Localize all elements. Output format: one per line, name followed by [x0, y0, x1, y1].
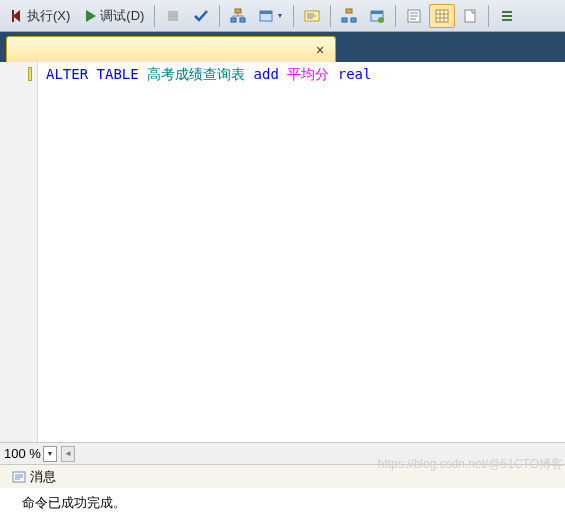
check-icon — [193, 8, 209, 24]
separator — [219, 5, 220, 27]
display-plan-button[interactable] — [225, 4, 251, 28]
svg-rect-1 — [235, 9, 241, 13]
query-options-button[interactable]: ▼ — [253, 4, 288, 28]
comment-button[interactable] — [494, 4, 520, 28]
zoom-value: 100 % — [4, 446, 41, 461]
svg-rect-10 — [346, 9, 352, 13]
debug-button[interactable]: 调试(D) — [77, 4, 149, 28]
results-tab-bar: 消息 — [0, 464, 565, 488]
editor-gutter — [0, 62, 38, 442]
separator — [293, 5, 294, 27]
separator — [330, 5, 331, 27]
messages-pane[interactable]: 命令已成功完成。 — [0, 488, 565, 518]
messages-tab-label: 消息 — [30, 468, 56, 486]
dropdown-icon: ▼ — [276, 12, 283, 19]
execute-icon — [9, 8, 25, 24]
separator — [395, 5, 396, 27]
tab-close-button[interactable]: × — [313, 43, 327, 57]
svg-point-15 — [378, 17, 384, 23]
tab-bar: × — [0, 32, 565, 62]
separator — [154, 5, 155, 27]
comment-icon — [499, 8, 515, 24]
parse-button[interactable] — [188, 4, 214, 28]
include-plan-icon — [341, 8, 357, 24]
plan-icon — [230, 8, 246, 24]
sql-keyword: ALTER TABLE — [46, 66, 139, 82]
intellisense-button[interactable] — [299, 4, 325, 28]
play-icon — [82, 8, 98, 24]
svg-rect-5 — [260, 11, 272, 14]
svg-rect-20 — [436, 10, 448, 22]
sql-datatype: real — [338, 66, 372, 82]
sql-column-name: 平均分 — [287, 66, 329, 82]
svg-rect-14 — [371, 11, 383, 14]
separator — [488, 5, 489, 27]
client-stats-button[interactable] — [364, 4, 390, 28]
svg-rect-2 — [231, 18, 236, 22]
sql-keyword: add — [254, 66, 279, 82]
options-icon — [258, 8, 274, 24]
hscroll-left-button[interactable]: ◄ — [61, 446, 75, 462]
execute-button[interactable]: 执行(X) — [4, 4, 75, 28]
zoom-bar: 100 % ▼ ◄ — [0, 442, 565, 464]
toolbar: 执行(X) 调试(D) ▼ — [0, 0, 565, 32]
stop-icon — [165, 8, 181, 24]
results-grid-button[interactable] — [429, 4, 455, 28]
sql-table-name: 高考成绩查询表 — [147, 66, 245, 82]
text-icon — [406, 8, 422, 24]
debug-label: 调试(D) — [100, 7, 144, 25]
execute-label: 执行(X) — [27, 7, 70, 25]
include-plan-button[interactable] — [336, 4, 362, 28]
query-tab[interactable]: × — [6, 36, 336, 62]
svg-rect-3 — [240, 18, 245, 22]
file-icon — [462, 8, 478, 24]
results-text-button[interactable] — [401, 4, 427, 28]
sql-editor[interactable]: ALTER TABLE 高考成绩查询表 add 平均分 real — [0, 62, 565, 442]
code-area[interactable]: ALTER TABLE 高考成绩查询表 add 平均分 real — [38, 62, 379, 442]
intellisense-icon — [304, 8, 320, 24]
cancel-query-button[interactable] — [160, 4, 186, 28]
svg-rect-12 — [351, 18, 356, 22]
messages-icon — [12, 470, 26, 484]
grid-icon — [434, 8, 450, 24]
stats-icon — [369, 8, 385, 24]
svg-rect-0 — [168, 11, 178, 21]
change-marker-icon — [28, 67, 32, 81]
message-text: 命令已成功完成。 — [22, 495, 126, 510]
zoom-dropdown[interactable]: ▼ — [43, 446, 57, 462]
messages-tab[interactable]: 消息 — [4, 466, 64, 488]
svg-rect-11 — [342, 18, 347, 22]
results-file-button[interactable] — [457, 4, 483, 28]
